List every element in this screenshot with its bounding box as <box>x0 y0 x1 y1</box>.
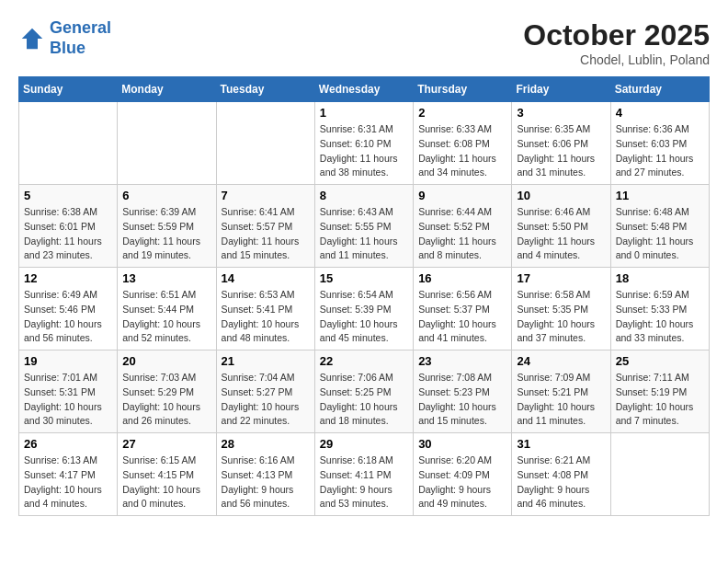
day-info: Sunrise: 7:08 AMSunset: 5:23 PMDaylight:… <box>418 371 506 429</box>
day-number: 8 <box>320 189 408 202</box>
day-number: 14 <box>222 271 310 285</box>
logo-icon <box>18 25 46 52</box>
day-info: Sunrise: 6:16 AMSunset: 4:13 PMDaylight:… <box>222 454 310 511</box>
day-info: Sunrise: 6:48 AMSunset: 5:48 PMDaylight:… <box>616 205 704 263</box>
empty-cell <box>19 102 118 185</box>
day-info: Sunrise: 6:21 AMSunset: 4:08 PMDaylight:… <box>517 454 605 511</box>
day-info: Sunrise: 6:36 AMSunset: 6:03 PMDaylight:… <box>616 122 704 180</box>
day-number: 31 <box>517 437 605 451</box>
day-info: Sunrise: 6:31 AMSunset: 6:10 PMDaylight:… <box>320 122 408 180</box>
day-info: Sunrise: 6:18 AMSunset: 4:11 PMDaylight:… <box>320 454 408 511</box>
day-cell-13: 13Sunrise: 6:51 AMSunset: 5:44 PMDayligh… <box>118 268 216 350</box>
day-number: 5 <box>24 189 112 202</box>
day-number: 3 <box>517 106 605 120</box>
weekday-header-friday: Friday <box>512 77 610 102</box>
day-cell-11: 11Sunrise: 6:48 AMSunset: 5:48 PMDayligh… <box>610 185 709 268</box>
week-row-5: 26Sunrise: 6:13 AMSunset: 4:17 PMDayligh… <box>19 433 710 516</box>
weekday-header-saturday: Saturday <box>610 77 709 102</box>
day-info: Sunrise: 7:06 AMSunset: 5:25 PMDaylight:… <box>320 371 408 429</box>
day-number: 13 <box>122 271 210 285</box>
day-info: Sunrise: 6:44 AMSunset: 5:52 PMDaylight:… <box>418 205 506 263</box>
day-info: Sunrise: 6:33 AMSunset: 6:08 PMDaylight:… <box>418 122 506 180</box>
day-info: Sunrise: 6:20 AMSunset: 4:09 PMDaylight:… <box>418 454 506 511</box>
month-title: October 2025 <box>523 18 710 52</box>
day-info: Sunrise: 7:11 AMSunset: 5:19 PMDaylight:… <box>616 371 704 429</box>
day-cell-12: 12Sunrise: 6:49 AMSunset: 5:46 PMDayligh… <box>19 268 118 350</box>
day-info: Sunrise: 6:51 AMSunset: 5:44 PMDaylight:… <box>122 288 210 346</box>
day-cell-25: 25Sunrise: 7:11 AMSunset: 5:19 PMDayligh… <box>610 350 709 433</box>
day-cell-15: 15Sunrise: 6:54 AMSunset: 5:39 PMDayligh… <box>314 268 413 350</box>
day-number: 28 <box>222 437 310 451</box>
day-cell-23: 23Sunrise: 7:08 AMSunset: 5:23 PMDayligh… <box>414 350 512 433</box>
day-cell-6: 6Sunrise: 6:39 AMSunset: 5:59 PMDaylight… <box>118 185 216 268</box>
day-cell-31: 31Sunrise: 6:21 AMSunset: 4:08 PMDayligh… <box>512 433 610 516</box>
day-cell-20: 20Sunrise: 7:03 AMSunset: 5:29 PMDayligh… <box>118 350 216 433</box>
day-info: Sunrise: 6:49 AMSunset: 5:46 PMDaylight:… <box>24 288 112 346</box>
title-block: October 2025 Chodel, Lublin, Poland <box>523 18 710 67</box>
day-info: Sunrise: 6:41 AMSunset: 5:57 PMDaylight:… <box>222 205 310 263</box>
day-cell-19: 19Sunrise: 7:01 AMSunset: 5:31 PMDayligh… <box>19 350 118 433</box>
weekday-header-sunday: Sunday <box>19 77 118 102</box>
empty-cell <box>610 433 709 516</box>
day-info: Sunrise: 6:59 AMSunset: 5:33 PMDaylight:… <box>616 288 704 346</box>
week-row-1: 1Sunrise: 6:31 AMSunset: 6:10 PMDaylight… <box>19 102 710 185</box>
weekday-header-thursday: Thursday <box>414 77 512 102</box>
day-number: 23 <box>418 354 506 368</box>
week-row-4: 19Sunrise: 7:01 AMSunset: 5:31 PMDayligh… <box>19 350 710 433</box>
day-number: 15 <box>320 271 408 285</box>
week-row-3: 12Sunrise: 6:49 AMSunset: 5:46 PMDayligh… <box>19 268 710 350</box>
day-cell-7: 7Sunrise: 6:41 AMSunset: 5:57 PMDaylight… <box>216 185 314 268</box>
empty-cell <box>216 102 314 185</box>
empty-cell <box>118 102 216 185</box>
day-cell-30: 30Sunrise: 6:20 AMSunset: 4:09 PMDayligh… <box>414 433 512 516</box>
logo-text: General Blue <box>50 18 111 58</box>
day-info: Sunrise: 7:01 AMSunset: 5:31 PMDaylight:… <box>24 371 112 429</box>
day-info: Sunrise: 6:43 AMSunset: 5:55 PMDaylight:… <box>320 205 408 263</box>
svg-marker-1 <box>22 28 43 49</box>
day-number: 7 <box>222 189 310 202</box>
day-number: 9 <box>418 189 506 202</box>
day-cell-2: 2Sunrise: 6:33 AMSunset: 6:08 PMDaylight… <box>414 102 512 185</box>
day-number: 29 <box>320 437 408 451</box>
day-number: 26 <box>24 437 112 451</box>
calendar-table: SundayMondayTuesdayWednesdayThursdayFrid… <box>18 76 710 516</box>
day-info: Sunrise: 6:38 AMSunset: 6:01 PMDaylight:… <box>24 205 112 263</box>
day-cell-26: 26Sunrise: 6:13 AMSunset: 4:17 PMDayligh… <box>19 433 118 516</box>
day-number: 6 <box>122 189 210 202</box>
day-cell-16: 16Sunrise: 6:56 AMSunset: 5:37 PMDayligh… <box>414 268 512 350</box>
day-number: 4 <box>616 106 704 120</box>
day-number: 11 <box>616 189 704 202</box>
day-cell-10: 10Sunrise: 6:46 AMSunset: 5:50 PMDayligh… <box>512 185 610 268</box>
day-info: Sunrise: 6:53 AMSunset: 5:41 PMDaylight:… <box>222 288 310 346</box>
day-info: Sunrise: 7:04 AMSunset: 5:27 PMDaylight:… <box>222 371 310 429</box>
day-cell-5: 5Sunrise: 6:38 AMSunset: 6:01 PMDaylight… <box>19 185 118 268</box>
day-cell-17: 17Sunrise: 6:58 AMSunset: 5:35 PMDayligh… <box>512 268 610 350</box>
day-number: 2 <box>418 106 506 120</box>
day-cell-8: 8Sunrise: 6:43 AMSunset: 5:55 PMDaylight… <box>314 185 413 268</box>
day-info: Sunrise: 6:39 AMSunset: 5:59 PMDaylight:… <box>122 205 210 263</box>
day-cell-27: 27Sunrise: 6:15 AMSunset: 4:15 PMDayligh… <box>118 433 216 516</box>
weekday-header-row: SundayMondayTuesdayWednesdayThursdayFrid… <box>19 77 710 102</box>
day-number: 1 <box>320 106 408 120</box>
weekday-header-monday: Monday <box>118 77 216 102</box>
day-number: 10 <box>517 189 605 202</box>
day-cell-24: 24Sunrise: 7:09 AMSunset: 5:21 PMDayligh… <box>512 350 610 433</box>
day-cell-4: 4Sunrise: 6:36 AMSunset: 6:03 PMDaylight… <box>610 102 709 185</box>
day-number: 18 <box>616 271 704 285</box>
day-info: Sunrise: 6:35 AMSunset: 6:06 PMDaylight:… <box>517 122 605 180</box>
day-number: 19 <box>24 354 112 368</box>
day-cell-18: 18Sunrise: 6:59 AMSunset: 5:33 PMDayligh… <box>610 268 709 350</box>
day-info: Sunrise: 6:56 AMSunset: 5:37 PMDaylight:… <box>418 288 506 346</box>
day-cell-1: 1Sunrise: 6:31 AMSunset: 6:10 PMDaylight… <box>314 102 413 185</box>
day-info: Sunrise: 6:13 AMSunset: 4:17 PMDaylight:… <box>24 454 112 511</box>
day-cell-29: 29Sunrise: 6:18 AMSunset: 4:11 PMDayligh… <box>314 433 413 516</box>
day-info: Sunrise: 7:03 AMSunset: 5:29 PMDaylight:… <box>122 371 210 429</box>
week-row-2: 5Sunrise: 6:38 AMSunset: 6:01 PMDaylight… <box>19 185 710 268</box>
day-number: 25 <box>616 354 704 368</box>
day-cell-28: 28Sunrise: 6:16 AMSunset: 4:13 PMDayligh… <box>216 433 314 516</box>
day-number: 30 <box>418 437 506 451</box>
day-info: Sunrise: 6:46 AMSunset: 5:50 PMDaylight:… <box>517 205 605 263</box>
weekday-header-tuesday: Tuesday <box>216 77 314 102</box>
day-cell-9: 9Sunrise: 6:44 AMSunset: 5:52 PMDaylight… <box>414 185 512 268</box>
day-cell-14: 14Sunrise: 6:53 AMSunset: 5:41 PMDayligh… <box>216 268 314 350</box>
